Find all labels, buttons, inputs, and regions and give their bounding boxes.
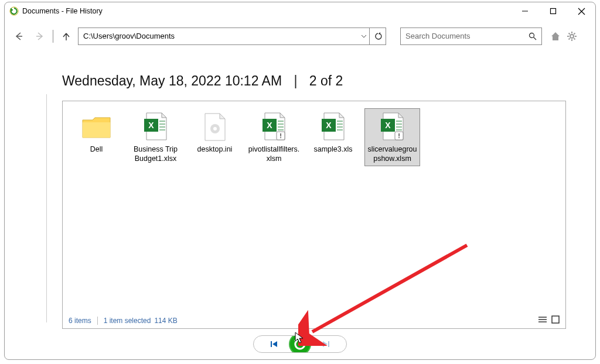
status-selection: 1 item selected [104, 317, 151, 325]
status-bar: 6 items 1 item selected 114 KB [63, 313, 565, 328]
close-button[interactable] [567, 2, 595, 20]
xlsm-icon: X! [377, 111, 408, 143]
file-label: sample3.xls [314, 145, 353, 154]
ini-icon [199, 111, 231, 143]
minimize-button[interactable] [511, 2, 539, 20]
status-separator [97, 317, 98, 325]
back-button[interactable] [9, 27, 28, 46]
file-label: Dell [90, 145, 103, 154]
home-icon[interactable] [549, 30, 562, 43]
file-grid[interactable]: DellXBusiness Trip Budget1.xlsxdesktop.i… [63, 101, 565, 313]
file-item[interactable]: XBusiness Trip Budget1.xlsx [128, 108, 183, 166]
snapshot-heading: Wednesday, May 18, 2022 10:12 AM | 2 of … [62, 73, 566, 89]
path-input[interactable] [79, 28, 359, 44]
snapshot-position: 2 of 2 [309, 73, 343, 88]
left-panel [5, 94, 47, 322]
maximize-button[interactable] [539, 2, 567, 20]
search-input[interactable] [401, 28, 524, 44]
svg-rect-52 [271, 341, 272, 347]
path-dropdown-icon[interactable] [359, 35, 369, 38]
svg-rect-53 [328, 341, 329, 347]
status-size: 114 KB [154, 317, 177, 325]
file-label: pivotlistallfilters.xlsm [248, 145, 301, 163]
status-count: 6 items [69, 317, 91, 325]
svg-line-8 [534, 37, 537, 40]
svg-rect-2 [551, 9, 556, 14]
main-area: Wednesday, May 18, 2022 10:12 AM | 2 of … [47, 52, 595, 329]
file-list-panel: DellXBusiness Trip Budget1.xlsxdesktop.i… [62, 101, 566, 329]
gear-icon[interactable] [565, 30, 578, 43]
icons-view-icon[interactable] [551, 315, 560, 325]
file-history-window: Documents - File History [4, 2, 596, 360]
file-label: Business Trip Budget1.xlsx [129, 145, 182, 163]
window-controls [511, 2, 595, 20]
next-version-button[interactable] [311, 341, 346, 348]
toolbar-separator [53, 30, 53, 43]
svg-text:!: ! [279, 132, 282, 139]
xlsx-icon: X [140, 111, 172, 143]
app-icon [9, 6, 19, 16]
svg-text:X: X [385, 121, 391, 130]
svg-point-7 [530, 33, 534, 37]
content-area: Wednesday, May 18, 2022 10:12 AM | 2 of … [5, 52, 595, 329]
svg-text:!: ! [398, 132, 400, 139]
refresh-button[interactable] [369, 28, 386, 44]
xlsm-icon: X! [258, 111, 290, 143]
search-icon[interactable] [524, 32, 541, 40]
svg-line-16 [569, 38, 570, 39]
svg-text:X: X [326, 121, 332, 130]
svg-line-17 [574, 33, 575, 34]
svg-line-14 [569, 33, 570, 34]
svg-text:X: X [148, 121, 154, 130]
history-nav-group [253, 335, 347, 353]
svg-line-15 [574, 38, 575, 39]
snapshot-timestamp: Wednesday, May 18, 2022 10:12 AM [62, 73, 282, 88]
search-box[interactable] [400, 28, 542, 45]
window-title: Documents - File History [22, 7, 103, 15]
svg-point-9 [570, 35, 574, 38]
svg-rect-51 [552, 316, 559, 323]
file-item[interactable]: desktop.ini [187, 108, 243, 157]
file-label: desktop.ini [197, 145, 233, 154]
heading-separator: | [294, 73, 297, 88]
restore-button[interactable] [289, 335, 311, 353]
svg-text:X: X [267, 121, 272, 130]
forward-button[interactable] [30, 27, 49, 46]
toolbar-right [549, 30, 578, 43]
svg-point-25 [213, 127, 217, 131]
xls-icon: X [318, 111, 349, 143]
view-toggles [538, 315, 560, 325]
address-bar[interactable] [78, 28, 386, 45]
previous-version-button[interactable] [254, 341, 289, 348]
file-label: slicervaluegroupshow.xlsm [366, 145, 419, 163]
file-item[interactable]: Xsample3.xls [305, 108, 361, 157]
folder-icon [81, 111, 112, 143]
details-view-icon[interactable] [538, 315, 547, 325]
file-item[interactable]: Dell [69, 108, 124, 157]
up-button[interactable] [57, 27, 76, 46]
file-item[interactable]: X!slicervaluegroupshow.xlsm [364, 108, 420, 166]
toolbar [5, 20, 595, 52]
file-item[interactable]: X!pivotlistallfilters.xlsm [246, 108, 302, 166]
navigation-footer [5, 329, 595, 359]
titlebar: Documents - File History [5, 2, 595, 20]
